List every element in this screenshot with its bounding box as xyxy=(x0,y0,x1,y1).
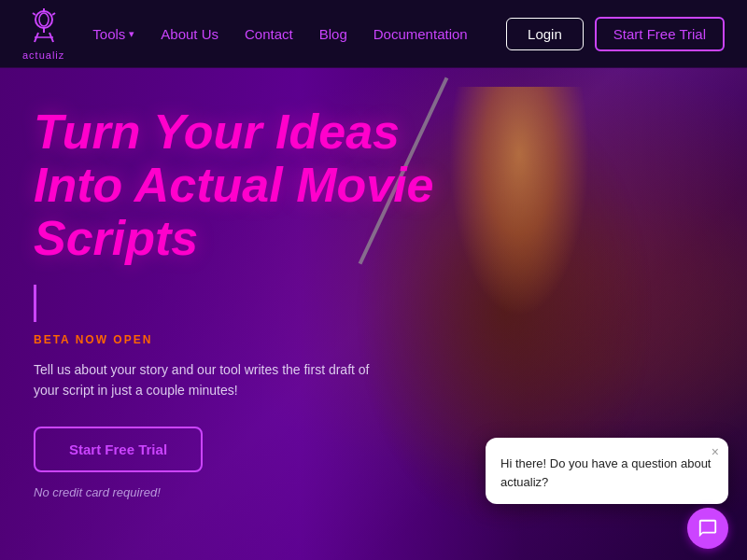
svg-line-3 xyxy=(33,13,35,15)
svg-line-4 xyxy=(52,13,55,15)
nav-about[interactable]: About Us xyxy=(161,26,218,42)
logo-icon xyxy=(23,7,64,48)
nav-tools[interactable]: Tools xyxy=(92,26,134,42)
nav-trial-button[interactable]: Start Free Trial xyxy=(595,17,725,51)
hero-trial-button[interactable]: Start Free Trial xyxy=(34,427,203,472)
chat-widget: × Hi there! Do you have a question about… xyxy=(486,438,728,504)
chat-bubble-button[interactable] xyxy=(687,508,728,549)
nav-blog[interactable]: Blog xyxy=(319,26,347,42)
hero-title: Turn Your Ideas Into Actual Movie Script… xyxy=(34,105,444,266)
chat-close-button[interactable]: × xyxy=(712,445,719,458)
logo-text: actualiz xyxy=(22,49,64,61)
nav-contact[interactable]: Contact xyxy=(245,26,293,42)
chat-message: Hi there! Do you have a question about a… xyxy=(500,455,713,491)
login-button[interactable]: Login xyxy=(506,18,584,50)
chat-bubble-icon xyxy=(698,518,718,539)
hero-badge: BETA NOW OPEN xyxy=(34,333,444,346)
hero-divider xyxy=(34,285,36,322)
svg-point-5 xyxy=(39,13,49,26)
logo[interactable]: actualiz xyxy=(22,7,64,61)
nav-docs[interactable]: Documentation xyxy=(374,26,468,42)
hero-description: Tell us about your story and our tool wr… xyxy=(34,359,388,401)
nav-links: Tools About Us Contact Blog Documentatio… xyxy=(92,26,506,42)
navbar: actualiz Tools About Us Contact Blog Doc… xyxy=(0,0,747,68)
nav-actions: Login Start Free Trial xyxy=(506,17,725,51)
hero-section: Turn Your Ideas Into Actual Movie Script… xyxy=(0,68,747,560)
no-credit-text: No credit card required! xyxy=(34,485,444,499)
hero-content: Turn Your Ideas Into Actual Movie Script… xyxy=(34,105,444,499)
